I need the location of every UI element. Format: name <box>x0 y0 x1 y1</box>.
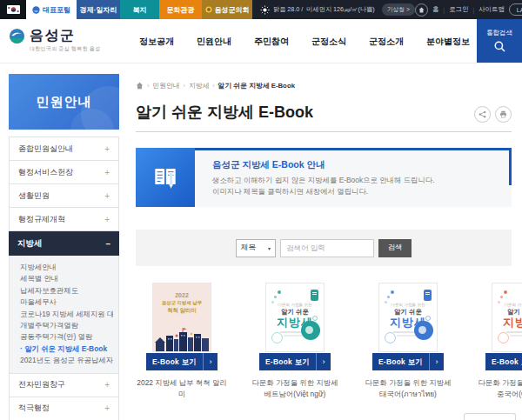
sidebar-item-civil-office[interactable]: 종합민원실안내 + <box>10 137 118 161</box>
home-icon[interactable] <box>136 82 144 90</box>
nav-resident-participation[interactable]: 주민참여 <box>254 36 289 48</box>
portal-tab-culture[interactable]: 문화관광 <box>159 0 202 19</box>
site-header: 음성군 대한민국의 중심 행복한 음성 정보공개 민원안내 주민참여 군정소식 … <box>0 19 522 63</box>
ebook-button-label: E-Book 보기 <box>372 353 429 370</box>
breadcrumb-civil-service[interactable]: 민원안내 <box>152 81 179 90</box>
integrated-search-button[interactable]: 통합검색 <box>477 19 522 63</box>
login-link[interactable]: 로그인 <box>449 5 468 14</box>
nav-info-disclosure[interactable]: 정보공개 <box>139 36 174 48</box>
ebook-view-button[interactable]: E-Book 보기 › <box>259 353 331 370</box>
tab-label: 복지 <box>133 5 147 15</box>
ebook-cover-vietnamese[interactable]: 다문화 가정을 위한 알기 쉬운 지방세 <box>266 283 324 351</box>
decor-ring <box>312 316 318 321</box>
site-logo[interactable]: 음성군 대한민국의 중심 행복한 음성 <box>9 28 101 53</box>
submenu-apartment-house-price[interactable]: 공동주택가격(안) 열람 <box>20 331 113 343</box>
sidebar-item-regulation-reform[interactable]: 행정규제개혁 + <box>10 208 118 231</box>
share-icon <box>478 110 486 118</box>
ebook-view-button[interactable]: E-Book 보기 › <box>372 353 444 370</box>
info-box-title: 음성군 지방세 E-Book 안내 <box>212 159 503 171</box>
cover-year: 2022 <box>153 292 211 298</box>
breadcrumb-current: 알기 쉬운 지방세 E-Book <box>218 81 295 90</box>
sidebar-item-living-civil[interactable]: 생활민원 + <box>10 184 118 208</box>
submenu-honored-taxpayers-2021[interactable]: 2021년도 음성군 유공납세자 <box>20 355 113 366</box>
plus-icon[interactable]: + <box>104 403 110 413</box>
home-icon[interactable] <box>415 3 428 17</box>
ebook-cover-thai[interactable]: 다문화 가정을 위한 알기 쉬운 지방세 <box>379 283 437 351</box>
ebook-caption[interactable]: 다문화 가정을 위한 지방세 베트남어(Việt ngữ) <box>249 377 341 400</box>
search-submit-button[interactable]: 검색 <box>378 239 412 257</box>
portal-tab-economy[interactable]: 경제·일자리 <box>77 0 120 19</box>
ebook-view-button[interactable]: E-Book 보기 › <box>485 353 522 370</box>
plus-icon[interactable]: + <box>104 380 110 390</box>
sidebar-item-label: 행정규제개혁 <box>18 214 65 225</box>
submenu-easy-local-tax-ebook[interactable]: · 알기 쉬운 지방세 E-Book <box>20 343 113 355</box>
nav-county-intro[interactable]: 군정소개 <box>369 36 404 48</box>
submenu-village-tax-accountant[interactable]: 마을세무사 <box>20 297 113 308</box>
submenu-tax-items[interactable]: 세목별 안내 <box>20 273 113 284</box>
weather-info: 맑음 28.0 / 미세먼지 126㎍/㎥(나쁨) 기상청 > <box>260 0 415 19</box>
decor-dot <box>387 296 390 298</box>
nav-county-news[interactable]: 군정소식 <box>311 36 346 48</box>
sidebar-item-label: 생활민원 <box>18 190 50 202</box>
plus-icon[interactable]: + <box>104 215 110 224</box>
language-button[interactable]: LANGUAGE ▾ <box>509 3 522 16</box>
arrow-right-icon: › <box>203 353 218 370</box>
ebook-button-label: E-Book 보기 <box>146 353 203 370</box>
ebook-cover-calendar[interactable]: 2022 음성군 지방세 납부 척척 알리미 <box>153 283 211 351</box>
decor-line <box>506 331 522 333</box>
site-name: 음성군 <box>30 28 101 43</box>
submenu-local-tax-guide[interactable]: 지방세안내 <box>20 262 113 273</box>
decor-dot <box>385 301 387 303</box>
print-button[interactable] <box>495 106 512 123</box>
plus-icon[interactable]: + <box>104 191 110 201</box>
cover-kicker: 다문화 가정을 위한 <box>492 303 522 307</box>
ebook-button-label: E-Book 보기 <box>485 353 522 370</box>
home-link[interactable]: 홈 <box>432 5 438 14</box>
ebook-button-label: E-Book 보기 <box>259 353 316 370</box>
main-content: › 민원안내 › 지방세 › 알기 쉬운 지방세 E-Book 알기 쉬운 지방… <box>136 74 512 400</box>
portal-tab-council[interactable]: 음성군의회 <box>202 0 252 19</box>
decor-ring <box>425 316 431 321</box>
sidebar-menu-bottom: 전자민원창구 + 적극행정 + <box>9 374 119 420</box>
minus-icon[interactable]: − <box>105 239 110 249</box>
nav-civil-service[interactable]: 민원안내 <box>197 36 231 48</box>
ebook-caption[interactable]: 다문화 가정을 위한 지방세 태국어(ภาษาไทย) <box>362 377 454 400</box>
search-input[interactable] <box>280 239 374 257</box>
partial-box <box>464 413 516 420</box>
decor-dot <box>278 290 281 294</box>
submenu-taxpayer-protection[interactable]: 납세자보호관제도 <box>20 285 113 297</box>
sidebar-item-local-tax[interactable]: 지방세 − <box>9 231 119 256</box>
plus-icon[interactable]: + <box>104 144 110 154</box>
ebook-caption[interactable]: 2022 지방세 납부 척척 알리미 <box>136 377 228 400</box>
info-box-line1: 생소하고 이해하기 쉽지 않은 지방세를 E-Book으로 안내해 드립니다. <box>212 175 503 185</box>
portal-tab-welfare[interactable]: 복지 <box>120 0 159 19</box>
decor-ring <box>498 332 509 343</box>
submenu-individual-house-price[interactable]: 개별주택가격열람 <box>20 320 113 331</box>
ebook-caption[interactable]: 다문화 가정을 위한 지방세 중국어(中國語) <box>475 377 522 400</box>
breadcrumb-local-tax[interactable]: 지방세 <box>189 81 209 90</box>
ebook-view-button[interactable]: E-Book 보기 › <box>146 353 218 370</box>
council-emblem-icon <box>205 6 212 13</box>
sidebar-item-e-civil-window[interactable]: 전자민원창구 + <box>10 374 118 397</box>
sidebar-item-service-charter[interactable]: 행정서비스헌장 + <box>10 161 118 184</box>
chevron-down-icon: ▾ <box>268 245 271 251</box>
portal-tab-main[interactable]: 대표포털 <box>26 0 77 19</box>
search-category-select[interactable]: 제목 ▾ <box>236 239 276 257</box>
sitemap-link[interactable]: 사이트맵 <box>478 5 505 14</box>
tab-label: 음성군의회 <box>215 5 250 15</box>
breadcrumb-separator: › <box>184 83 185 89</box>
link-divider: | <box>443 6 445 14</box>
nav-sector-info[interactable]: 분야별정보 <box>426 36 470 48</box>
ebook-cover-chinese[interactable]: 다문화 가정을 위한 알기 쉬운 지방세 <box>492 283 522 351</box>
sidebar-item-proactive-admin[interactable]: 적극행정 + <box>10 397 118 420</box>
sidebar-item-label: 적극행정 <box>18 403 50 414</box>
utility-bar: 대표포털 경제·일자리 복지 문화관광 음성군의회 맑음 28.0 / 미세먼지… <box>0 0 522 19</box>
ebook-book-icon <box>136 148 195 207</box>
breadcrumb: › 민원안내 › 지방세 › 알기 쉬운 지방세 E-Book <box>136 80 512 90</box>
search-category-value: 제목 <box>241 243 256 253</box>
plus-icon[interactable]: + <box>104 168 110 177</box>
submenu-covid-tax-support[interactable]: 코로나19 지방세 세제지원 대책 <box>20 309 113 320</box>
global-nav: 정보공개 민원안내 주민참여 군정소식 군정소개 분야별정보 <box>139 36 470 48</box>
share-button[interactable] <box>474 106 491 123</box>
kma-badge[interactable]: 기상청 > <box>382 3 415 16</box>
